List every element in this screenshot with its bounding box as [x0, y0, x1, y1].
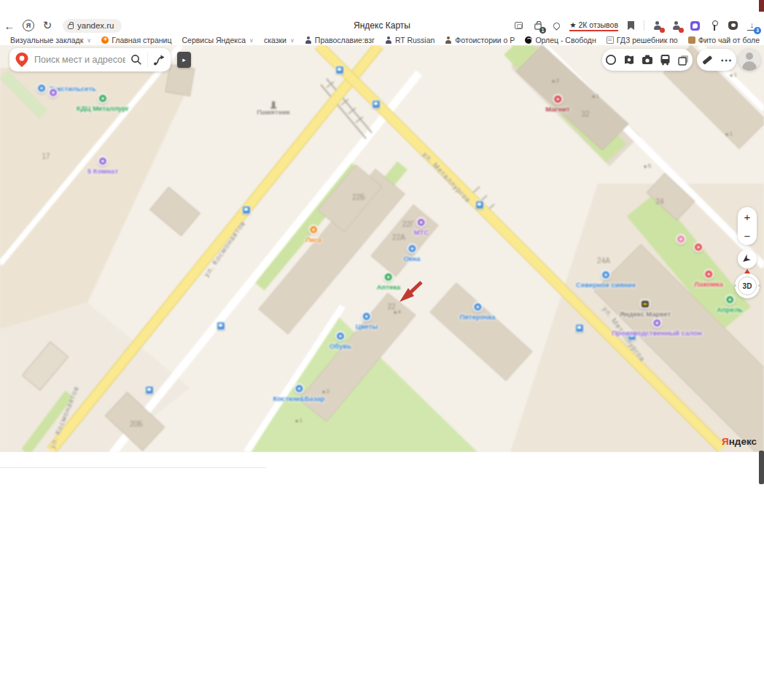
- poi-icon: [725, 295, 735, 305]
- bookmark-item-9[interactable]: Фито чай от боле: [688, 36, 760, 44]
- user-avatar[interactable]: [738, 49, 760, 71]
- map-poi-unlabeled[interactable]: [676, 234, 686, 244]
- map-scene: ул. Металлурговул. Металлурговул. Космон…: [0, 45, 764, 452]
- bookmark-label: сказки: [264, 36, 286, 44]
- poi-icon: [407, 244, 417, 254]
- bookmark-item-8[interactable]: ГДЗ решебник по: [607, 36, 678, 44]
- map-poi-текстильсеть[interactable]: Текстильсеть: [36, 83, 96, 93]
- transit-stop-icon[interactable]: [575, 324, 584, 332]
- transit-stop-icon[interactable]: [217, 322, 225, 330]
- downloads-icon[interactable]: ↓3: [746, 20, 758, 32]
- layers-icon[interactable]: [602, 51, 620, 69]
- bookmark-item-3[interactable]: сказки∨: [264, 36, 295, 44]
- home-icon: [101, 36, 109, 44]
- transit-stop-icon[interactable]: [242, 206, 251, 214]
- orlec-icon: [525, 36, 532, 44]
- yandex-home-icon[interactable]: Я: [19, 18, 38, 34]
- yandex-logo-icon: Я: [23, 20, 34, 31]
- poi-icon: [335, 331, 346, 341]
- map-poi-unlabeled[interactable]: [48, 88, 58, 98]
- map-poi-лига[interactable]: Лига: [305, 225, 321, 244]
- map-poi-пятерочка[interactable]: Пятерочка: [459, 302, 495, 321]
- map-poi-мтс[interactable]: МТС: [414, 217, 429, 236]
- poi-icon: [416, 217, 426, 228]
- transit-stop-icon[interactable]: [145, 386, 154, 394]
- bookmark-item-6[interactable]: Фотоистории о Р: [445, 36, 515, 44]
- zoom-in-button[interactable]: +: [738, 207, 757, 226]
- transit-stop-icon[interactable]: [335, 66, 344, 74]
- map-poi-апрель[interactable]: Апрель: [717, 295, 743, 314]
- bookmark-flag-icon[interactable]: [625, 20, 637, 32]
- more-options-icon[interactable]: ⋯: [718, 51, 736, 69]
- poi-label: Памятник: [257, 108, 290, 116]
- map-poi-обувь[interactable]: Обувь: [330, 331, 351, 350]
- map-poi-аптека[interactable]: Аптека: [377, 272, 401, 291]
- bookmark-item-2[interactable]: Сервисы Яндекса∨: [182, 36, 253, 44]
- bookmark-item-5[interactable]: RT Russian: [385, 36, 434, 44]
- panoramas-camera-icon[interactable]: [639, 51, 656, 69]
- bookmark-item-7[interactable]: Орлец - Свободн: [525, 36, 596, 44]
- entrance-marker: 1: [592, 93, 599, 99]
- map-poi-лакомка[interactable]: Лакомка: [694, 269, 723, 288]
- poi-label: Магнит: [545, 105, 570, 113]
- poi-label: Пятерочка: [459, 313, 495, 321]
- transport-bus-icon[interactable]: [657, 51, 674, 69]
- map-poi-производственный-салон[interactable]: Производственный салон: [612, 318, 701, 337]
- map-canvas[interactable]: ул. Металлурговул. Металлурговул. Космон…: [0, 45, 764, 452]
- extension-puzzle-icon[interactable]: [689, 20, 701, 32]
- map-poi-памятник[interactable]: Памятник: [257, 101, 290, 116]
- house-number: 22Г: [402, 220, 415, 228]
- entrance-marker: 1: [730, 71, 737, 78]
- map-poi-яндекс-маркет[interactable]: Яндекс Маркет: [620, 300, 671, 318]
- person-icon: [305, 36, 312, 44]
- search-input[interactable]: [34, 55, 125, 65]
- bookmark-label: Православие:взг: [315, 36, 375, 44]
- transit-stop-icon[interactable]: [475, 201, 484, 209]
- extension-person-icon-1[interactable]: [651, 20, 663, 32]
- transit-stop-icon[interactable]: [372, 100, 381, 109]
- bookmark-item-0[interactable]: Визуальные закладк∨: [10, 36, 91, 44]
- mirrors-map-icon[interactable]: [620, 51, 638, 69]
- scrollbar-thumb[interactable]: [759, 451, 764, 484]
- bookmark-item-4[interactable]: Православие:взг: [305, 36, 375, 44]
- house-number: 22А: [392, 233, 405, 241]
- map-poi-unlabeled[interactable]: [693, 242, 703, 252]
- poi-icon: [98, 156, 108, 166]
- refresh-button[interactable]: ↻: [38, 18, 57, 34]
- dial-caret-icon: [744, 269, 750, 273]
- map-poi-костюм-базар[interactable]: Костюм&Базар: [273, 384, 324, 402]
- map-poi-кдц-металлург[interactable]: КДЦ Металлург: [77, 93, 129, 112]
- tab-preview-icon[interactable]: [512, 20, 525, 32]
- 3d-view-dial[interactable]: 3D: [735, 273, 760, 298]
- poi-icon: [676, 234, 686, 244]
- copy-layers-icon[interactable]: [675, 51, 693, 69]
- search-icon[interactable]: [125, 54, 147, 66]
- map-poi-цветы[interactable]: Цветы: [356, 311, 378, 330]
- dial-pip-left: [734, 284, 736, 287]
- extension-person-icon-2[interactable]: [670, 20, 682, 32]
- map-poi-5-комнат[interactable]: 5 Комнат: [87, 156, 118, 175]
- password-key-icon[interactable]: [708, 20, 720, 32]
- bookmark-item-1[interactable]: Главная страниц: [101, 36, 171, 44]
- routes-icon[interactable]: [147, 52, 171, 67]
- map-poi-окна[interactable]: Окна: [403, 244, 420, 262]
- zoom-out-button[interactable]: −: [738, 226, 757, 245]
- entrance-marker: 1: [725, 131, 733, 137]
- address-bar[interactable]: yandex.ru: [63, 19, 122, 33]
- reviews-link[interactable]: ★ 2К отзывов: [569, 20, 618, 31]
- collections-icon[interactable]: 1: [531, 20, 544, 32]
- location-pin-icon[interactable]: [550, 20, 563, 32]
- back-button[interactable]: ←: [0, 18, 19, 34]
- protect-icon[interactable]: [727, 20, 739, 32]
- chevron-down-icon: ∨: [249, 37, 254, 44]
- entrance-marker: 5: [644, 163, 651, 169]
- window-corner-strip: [759, 0, 764, 12]
- geolocation-button[interactable]: [738, 249, 757, 268]
- ruler-icon[interactable]: [698, 51, 716, 69]
- house-number: 22Б: [352, 193, 365, 201]
- bookmark-label: RT Russian: [395, 36, 434, 44]
- poi-icon: [601, 270, 611, 280]
- panel-expand-button[interactable]: ▸: [177, 52, 191, 68]
- map-poi-северное-сияние[interactable]: Северное сияние: [576, 270, 636, 289]
- map-poi-магнит[interactable]: Магнит: [545, 94, 570, 113]
